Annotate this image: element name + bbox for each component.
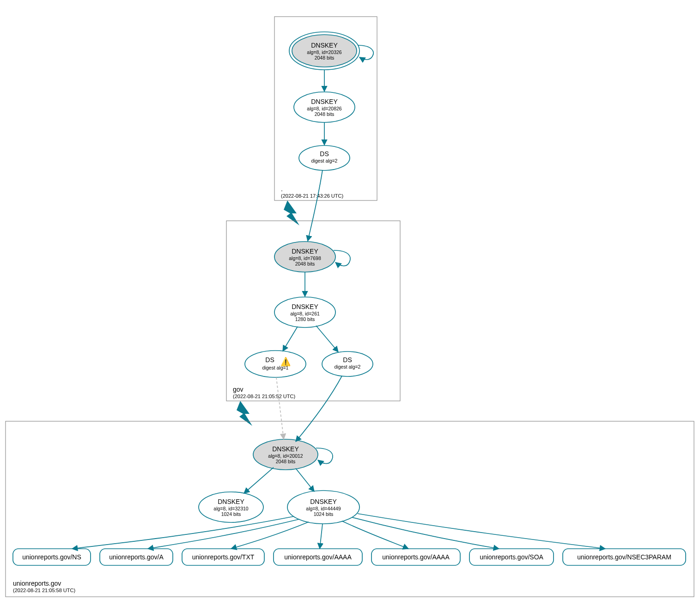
svg-text:2048 bits: 2048 bits bbox=[276, 459, 296, 464]
svg-text:DS: DS bbox=[265, 356, 274, 364]
zone-domain: unionreports.gov (2022-08-21 21:05:58 UT… bbox=[6, 376, 694, 597]
rrset-aaaa-1: unionreports.gov/AAAA bbox=[274, 549, 362, 565]
delegation-arrow-root-gov bbox=[284, 200, 299, 225]
edge-zsk2-soa bbox=[352, 517, 499, 549]
svg-text:unionreports.gov/NSEC3PARAM: unionreports.gov/NSEC3PARAM bbox=[577, 553, 671, 561]
svg-text:DNSKEY: DNSKEY bbox=[311, 42, 338, 49]
svg-text:DNSKEY: DNSKEY bbox=[311, 98, 338, 105]
edge-gov-zsk-ds2 bbox=[316, 326, 338, 352]
rrset-soa: unionreports.gov/SOA bbox=[469, 549, 554, 565]
rrset-aaaa-2: unionreports.gov/AAAA bbox=[371, 549, 460, 565]
svg-text:DNSKEY: DNSKEY bbox=[218, 498, 244, 505]
node-domain-zsk1: DNSKEY alg=8, id=32310 1024 bits bbox=[199, 492, 263, 522]
node-domain-ksk: DNSKEY alg=8, id=20012 2048 bits bbox=[253, 439, 318, 470]
svg-text:unionreports.gov/TXT: unionreports.gov/TXT bbox=[192, 553, 255, 561]
node-gov-zsk: DNSKEY alg=8, id=261 1280 bits bbox=[274, 297, 335, 327]
svg-text:1280 bits: 1280 bits bbox=[295, 316, 315, 322]
svg-text:unionreports.gov/AAAA: unionreports.gov/AAAA bbox=[382, 553, 450, 561]
edge-zsk2-ns bbox=[72, 516, 294, 549]
svg-text:1024 bits: 1024 bits bbox=[314, 511, 334, 517]
svg-text:DS: DS bbox=[343, 356, 352, 364]
edge-root-ksk-self bbox=[358, 45, 373, 60]
dnssec-diagram: . (2022-08-21 17:43:26 UTC) DNSKEY alg=8… bbox=[0, 0, 700, 600]
edge-govds2-domainksk bbox=[296, 376, 342, 442]
svg-text:DNSKEY: DNSKEY bbox=[272, 445, 299, 453]
zone-gov: gov (2022-08-21 21:05:52 UTC) DNSKEY alg… bbox=[226, 170, 400, 401]
edge-gov-ksk-self bbox=[334, 250, 350, 266]
svg-text:unionreports.gov/AAAA: unionreports.gov/AAAA bbox=[284, 553, 352, 561]
zone-root: . (2022-08-21 17:43:26 UTC) DNSKEY alg=8… bbox=[274, 17, 377, 200]
node-gov-ds2: DS digest alg=2 bbox=[322, 352, 373, 376]
svg-text:DS: DS bbox=[320, 150, 329, 158]
svg-text:2048 bits: 2048 bits bbox=[315, 111, 335, 117]
svg-text:DNSKEY: DNSKEY bbox=[310, 498, 337, 505]
node-root-zsk: DNSKEY alg=8, id=20826 2048 bits bbox=[294, 92, 355, 122]
svg-text:alg=8, id=20826: alg=8, id=20826 bbox=[307, 106, 341, 111]
zone-gov-name: gov bbox=[233, 386, 243, 393]
svg-text:digest alg=2: digest alg=2 bbox=[311, 158, 338, 164]
node-root-ksk: DNSKEY alg=8, id=20326 2048 bits bbox=[289, 32, 359, 70]
zone-root-name: . bbox=[281, 185, 283, 193]
zone-domain-name: unionreports.gov bbox=[13, 580, 61, 587]
rrset-a: unionreports.gov/A bbox=[100, 549, 173, 565]
rrset-nsec3param: unionreports.gov/NSEC3PARAM bbox=[563, 549, 686, 565]
node-domain-zsk2: DNSKEY alg=8, id=44449 1024 bits bbox=[287, 491, 359, 524]
edge-rootds-govksk bbox=[308, 170, 323, 241]
edge-zsk2-aaaa1 bbox=[320, 524, 323, 549]
svg-text:unionreports.gov/NS: unionreports.gov/NS bbox=[22, 553, 81, 561]
edge-zsk2-aaaa2 bbox=[342, 521, 408, 549]
edge-govds1-domainksk bbox=[276, 377, 284, 439]
svg-point-22 bbox=[245, 351, 306, 377]
svg-text:digest alg=1: digest alg=1 bbox=[262, 365, 289, 370]
node-gov-ksk: DNSKEY alg=8, id=7698 2048 bits bbox=[274, 242, 335, 272]
svg-text:2048 bits: 2048 bits bbox=[295, 261, 315, 267]
svg-text:DNSKEY: DNSKEY bbox=[292, 303, 318, 310]
svg-text:1024 bits: 1024 bits bbox=[221, 511, 241, 517]
svg-text:alg=8, id=44449: alg=8, id=44449 bbox=[306, 506, 341, 511]
svg-text:alg=8, id=7698: alg=8, id=7698 bbox=[289, 255, 321, 261]
rrset-txt: unionreports.gov/TXT bbox=[182, 549, 264, 565]
edge-domain-ksk-self bbox=[316, 448, 333, 464]
svg-text:alg=8, id=20012: alg=8, id=20012 bbox=[268, 453, 303, 459]
rrset-ns: unionreports.gov/NS bbox=[13, 549, 91, 565]
svg-text:unionreports.gov/A: unionreports.gov/A bbox=[109, 553, 164, 561]
delegation-arrow-gov-domain bbox=[237, 401, 252, 426]
node-root-ds: DS digest alg=2 bbox=[299, 145, 350, 170]
svg-text:alg=8, id=20326: alg=8, id=20326 bbox=[307, 49, 341, 55]
edge-domain-ksk-zsk2 bbox=[296, 468, 314, 491]
zone-domain-timestamp: (2022-08-21 21:05:58 UTC) bbox=[13, 588, 75, 593]
svg-text:digest alg=2: digest alg=2 bbox=[335, 364, 361, 370]
edge-domain-ksk-zsk1 bbox=[244, 467, 274, 493]
node-gov-ds1: DS ⚠️ digest alg=1 bbox=[245, 351, 306, 377]
edge-gov-zsk-ds1 bbox=[283, 327, 298, 351]
svg-text:alg=8, id=32310: alg=8, id=32310 bbox=[213, 506, 248, 511]
svg-text:unionreports.gov/SOA: unionreports.gov/SOA bbox=[480, 553, 543, 561]
zone-root-timestamp: (2022-08-21 17:43:26 UTC) bbox=[281, 193, 343, 199]
svg-text:alg=8, id=261: alg=8, id=261 bbox=[290, 311, 320, 316]
svg-text:DNSKEY: DNSKEY bbox=[292, 248, 318, 255]
svg-text:2048 bits: 2048 bits bbox=[315, 55, 335, 61]
zone-gov-timestamp: (2022-08-21 21:05:52 UTC) bbox=[233, 394, 295, 399]
